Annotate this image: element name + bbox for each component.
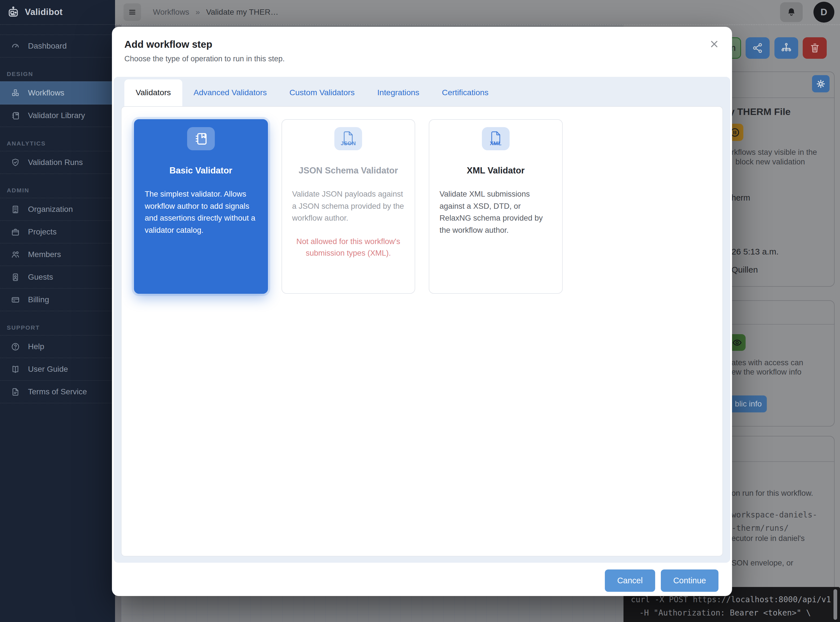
notebook-icon [193, 131, 209, 146]
sidebar-item-validator-library[interactable]: Validator Library [0, 105, 115, 127]
validator-card-disabled-note: Not allowed for this workflow's submissi… [289, 236, 408, 259]
eye-icon [732, 337, 743, 348]
validator-card-grid: Basic Validator The simplest validator. … [134, 119, 710, 294]
api-role-fragment: ecutor role in daniel's [732, 534, 805, 543]
xml-validator-card[interactable]: XML XML Validator Validate XML submissio… [429, 119, 563, 294]
sidebar-item-guests[interactable]: Guests [0, 266, 115, 289]
user-avatar[interactable]: D [813, 2, 834, 23]
modal-subtitle: Choose the type of operation to run in t… [124, 55, 719, 63]
breadcrumb-workflows[interactable]: Workflows [153, 8, 189, 17]
validator-card-description: The simplest validator. Allows workflow … [145, 188, 257, 236]
sidebar-section-design: DESIGN [7, 71, 115, 78]
sharing-line1: ates with access can [732, 358, 803, 367]
sidebar: Validibot Dashboard DESIGN Workflows Val… [0, 0, 115, 622]
validator-tabs: Validators Advanced Validators Custom Va… [121, 77, 723, 106]
sidebar-item-projects[interactable]: Projects [0, 221, 115, 244]
sidebar-item-label: Validator Library [28, 111, 85, 120]
breadcrumb-current: Validate my THER… [206, 8, 278, 17]
json-file-label: JSON [341, 140, 356, 146]
sidebar-item-label: Guests [28, 273, 53, 282]
code-scrollbar[interactable] [834, 589, 837, 620]
sidebar-item-label: Billing [28, 295, 49, 304]
sidebar-item-label: Organization [28, 205, 73, 214]
basic-validator-card[interactable]: Basic Validator The simplest validator. … [134, 119, 268, 294]
top-bar: Workflows » Validate my THER… D [115, 0, 840, 24]
validator-card-title: Basic Validator [145, 166, 257, 176]
sidebar-item-user-guide[interactable]: User Guide [0, 358, 115, 381]
curl-line-1: curl -X POST https://localhost:8000/api/… [631, 595, 831, 604]
building-icon [11, 205, 20, 214]
gear-icon [816, 79, 826, 89]
hamburger-icon [128, 8, 137, 17]
sidebar-nav: Dashboard DESIGN Workflows Validator Lib… [0, 35, 115, 403]
credit-card-icon [11, 295, 20, 305]
cancel-button[interactable]: Cancel [605, 569, 655, 592]
briefcase-icon [11, 227, 20, 237]
cubes-icon [11, 88, 20, 98]
validators-panel: Basic Validator The simplest validator. … [121, 106, 723, 556]
modal-footer: Cancel Continue [112, 563, 732, 592]
sidebar-item-label: Terms of Service [28, 387, 87, 396]
sidebar-item-label: Validation Runs [28, 158, 83, 167]
visibility-note-line1: rkflows stay visible in the [732, 148, 817, 157]
sidebar-item-dashboard[interactable]: Dashboard [0, 35, 115, 58]
menu-button[interactable] [124, 3, 141, 21]
modal-title: Add workflow step [124, 39, 719, 50]
validator-tabs-wrapper: Validators Advanced Validators Custom Va… [114, 77, 730, 563]
continue-button[interactable]: Continue [661, 569, 718, 592]
sidebar-section-support: SUPPORT [7, 324, 115, 331]
trash-icon [809, 42, 821, 54]
brand-name: Validibot [25, 7, 63, 17]
tab-custom-validators[interactable]: Custom Validators [278, 79, 366, 106]
share-nodes-icon [752, 42, 764, 54]
breadcrumb-separator: » [195, 8, 200, 17]
sidebar-item-label: User Guide [28, 365, 68, 374]
modal-header: Add workflow step Choose the type of ope… [112, 27, 732, 63]
tab-certifications[interactable]: Certifications [431, 79, 500, 106]
sidebar-section-analytics: ANALYTICS [7, 140, 115, 147]
xml-validator-tile: XML [482, 127, 510, 150]
sidebar-item-terms-of-service[interactable]: Terms of Service [0, 381, 115, 403]
robot-logo-icon [7, 6, 20, 19]
bell-icon [786, 7, 796, 17]
sidebar-item-help[interactable]: Help [0, 335, 115, 358]
api-path-fragment-1: workspace-daniels- [732, 510, 817, 520]
close-button[interactable] [708, 38, 721, 50]
tab-validators[interactable]: Validators [124, 79, 182, 106]
json-schema-validator-card: JSON JSON Schema Validator Validate JSON… [281, 119, 415, 294]
sidebar-section-admin: ADMIN [7, 187, 115, 194]
share-button[interactable] [745, 37, 770, 59]
sharing-line2: ew the workflow info [732, 367, 802, 377]
sidebar-item-billing[interactable]: Billing [0, 289, 115, 311]
workflow-settings-button[interactable] [812, 75, 829, 92]
sidebar-item-members[interactable]: Members [0, 244, 115, 266]
sidebar-item-organization[interactable]: Organization [0, 198, 115, 221]
basic-validator-tile [187, 127, 215, 150]
delete-button[interactable] [803, 37, 827, 59]
api-envelope-fragment: SON envelope, or [732, 558, 793, 567]
validator-card-description: Validate JSON payloads against a JSON sc… [292, 188, 405, 224]
notifications-button[interactable] [780, 2, 803, 22]
sidebar-item-label: Dashboard [28, 41, 67, 50]
id-badge-icon [11, 273, 20, 282]
workflow-updated-fragment: 26 5:13 a.m. [732, 247, 779, 256]
validator-card-title: JSON Schema Validator [292, 166, 405, 176]
sitemap-icon [780, 42, 792, 54]
sidebar-item-label: Workflows [28, 88, 64, 98]
topbar-divider [115, 24, 840, 25]
validator-card-description: Validate XML submissions against a XSD, … [440, 188, 552, 236]
gauge-icon [11, 41, 20, 51]
curl-line-2: -H "Authorization: Bearer <token>" \ [639, 608, 811, 617]
validator-card-title: XML Validator [440, 166, 552, 176]
sidebar-item-validation-runs[interactable]: Validation Runs [0, 151, 115, 174]
users-icon [11, 250, 20, 259]
tab-advanced-validators[interactable]: Advanced Validators [182, 79, 278, 106]
brand: Validibot [0, 0, 115, 25]
workflow-title-fragment: y THERM File [729, 106, 791, 117]
sidebar-item-label: Projects [28, 227, 57, 236]
notebook-icon [11, 111, 20, 120]
tab-integrations[interactable]: Integrations [366, 79, 431, 106]
xml-file-label: XML [490, 140, 502, 146]
steps-button[interactable] [774, 37, 798, 59]
sidebar-item-workflows[interactable]: Workflows [0, 81, 115, 105]
